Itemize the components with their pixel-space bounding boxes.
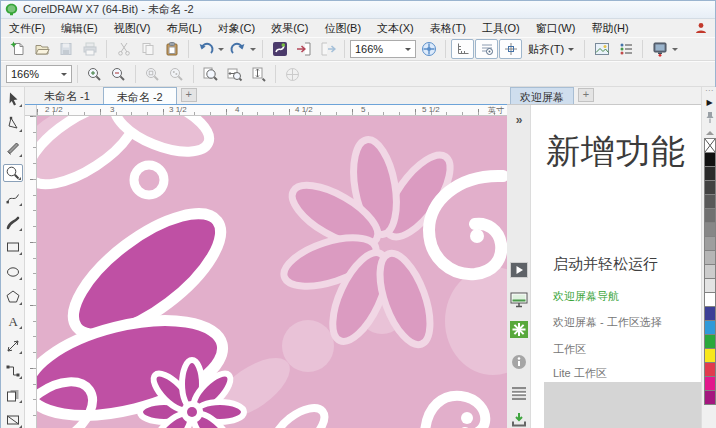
color-swatch[interactable] (704, 222, 716, 237)
zoom-tool[interactable] (3, 164, 23, 182)
undo-button[interactable] (194, 39, 217, 59)
zoom-levels-combo[interactable]: 166% (6, 65, 72, 83)
welcome-navigation-link[interactable]: 欢迎屏幕导航 (553, 289, 619, 304)
redo-dropdown-caret[interactable] (250, 48, 256, 54)
menu-item[interactable]: 位图(B) (316, 19, 369, 38)
menu-item[interactable]: 视图(V) (106, 19, 159, 38)
color-swatch[interactable] (704, 250, 716, 265)
redo-button[interactable] (226, 39, 249, 59)
rectangle-tool[interactable] (3, 238, 23, 256)
application-launcher-button[interactable] (417, 39, 440, 59)
collapse-panel-button[interactable]: » (510, 111, 528, 128)
undo-dropdown-caret[interactable] (218, 48, 224, 54)
color-swatch[interactable] (704, 348, 716, 363)
open-button[interactable] (30, 39, 53, 59)
menu-item[interactable]: 文本(X) (369, 19, 422, 38)
freehand-tool[interactable] (3, 189, 23, 207)
welcome-screen-toggle-button[interactable] (648, 39, 671, 59)
docker-new-tab-button[interactable]: + (578, 88, 594, 102)
import-button[interactable] (292, 39, 315, 59)
menu-item[interactable]: 布局(L) (158, 19, 209, 38)
drawing-canvas[interactable] (37, 116, 507, 428)
menu-item[interactable]: 编辑(E) (53, 19, 106, 38)
dimension-tool[interactable] (3, 337, 23, 355)
artistic-media-tool[interactable] (3, 214, 23, 232)
info-icon[interactable] (510, 353, 528, 370)
workspace-gallery-icon[interactable] (510, 385, 528, 402)
welcome-screen-dropdown-caret[interactable] (672, 48, 678, 54)
color-swatch[interactable] (704, 194, 716, 209)
shape-tool[interactable] (3, 115, 23, 133)
zoom-to-page-width-button[interactable] (223, 64, 246, 84)
new-document-tab-button[interactable]: + (181, 88, 197, 102)
pick-tool[interactable] (3, 90, 23, 108)
welcome-list-link[interactable]: 欢迎屏幕 - 工作区选择 (553, 315, 662, 330)
color-swatch[interactable] (704, 390, 716, 405)
color-swatch[interactable] (704, 236, 716, 251)
crop-tool[interactable] (3, 139, 23, 157)
no-color-swatch[interactable] (704, 138, 716, 153)
zoom-level-combo[interactable]: 166% (350, 40, 416, 58)
options-button[interactable] (590, 39, 613, 59)
transparency-tool[interactable] (3, 411, 23, 428)
text-tool[interactable]: A (3, 312, 23, 330)
zoom-to-page-height-button[interactable] (247, 64, 270, 84)
document-tab[interactable]: 未命名 -2 (103, 87, 177, 104)
color-swatch[interactable] (704, 208, 716, 223)
document-tab[interactable]: 未命名 -1 (31, 87, 103, 104)
color-swatch[interactable] (704, 376, 716, 391)
welcome-list-link[interactable]: 工作区 (553, 342, 586, 357)
menu-item[interactable]: 对象(C) (210, 19, 263, 38)
print-button[interactable] (78, 39, 101, 59)
menu-item[interactable]: 窗口(W) (528, 19, 584, 38)
whats-new-icon[interactable] (510, 321, 528, 338)
palette-grip-handle[interactable]: ⋯ (705, 87, 714, 96)
connector-tool[interactable] (3, 362, 23, 380)
search-content-button[interactable] (268, 39, 291, 59)
zoom-to-all-objects-button[interactable] (165, 64, 188, 84)
cut-button[interactable] (112, 39, 135, 59)
docker-flyout-button[interactable]: ▶ (706, 96, 712, 110)
color-swatch[interactable] (704, 166, 716, 181)
welcome-list-link[interactable]: Lite 工作区 (553, 366, 607, 381)
color-swatch[interactable] (704, 152, 716, 167)
video-play-icon[interactable] (510, 261, 528, 278)
copy-button[interactable] (136, 39, 159, 59)
new-document-button[interactable] (6, 39, 29, 59)
color-swatch[interactable] (704, 320, 716, 335)
show-grid-toggle[interactable] (475, 39, 498, 59)
zoom-out-button[interactable] (107, 64, 130, 84)
menu-item[interactable]: 文件(F) (1, 19, 53, 38)
snap-guides-toggle[interactable] (499, 39, 522, 59)
save-button[interactable] (54, 39, 77, 59)
paste-button[interactable] (160, 39, 183, 59)
show-rulers-toggle[interactable] (451, 39, 474, 59)
drop-shadow-tool[interactable] (3, 386, 23, 404)
snap-to-dropdown[interactable]: 贴齐(T) (523, 40, 579, 59)
export-button[interactable] (316, 39, 339, 59)
zoom-in-button[interactable] (83, 64, 106, 84)
menu-item[interactable]: 工具(O) (474, 19, 528, 38)
pin-icon[interactable] (705, 110, 715, 125)
menu-item[interactable]: 表格(T) (422, 19, 474, 38)
color-swatch[interactable] (704, 180, 716, 195)
menu-item[interactable]: 帮助(H) (583, 19, 636, 38)
account-icon[interactable] (695, 22, 707, 34)
color-swatch[interactable] (704, 334, 716, 349)
view-settings-button[interactable] (614, 39, 637, 59)
color-swatch[interactable] (704, 362, 716, 377)
zoom-to-page-button[interactable] (199, 64, 222, 84)
palette-scroll-up-button[interactable] (706, 127, 714, 135)
color-swatch[interactable] (704, 292, 716, 307)
polygon-tool[interactable] (3, 288, 23, 306)
color-swatch[interactable] (704, 306, 716, 321)
pan-tool-button[interactable] (281, 64, 304, 84)
ellipse-tool[interactable] (3, 263, 23, 281)
menu-item[interactable]: 效果(C) (263, 19, 316, 38)
welcome-screen-tab[interactable]: 欢迎屏幕 (510, 87, 574, 104)
video-preview[interactable] (544, 382, 701, 428)
zoom-to-selected-button[interactable] (141, 64, 164, 84)
welcome-navigation-icon[interactable] (510, 291, 528, 308)
color-swatch[interactable] (704, 278, 716, 293)
color-swatch[interactable] (704, 264, 716, 279)
